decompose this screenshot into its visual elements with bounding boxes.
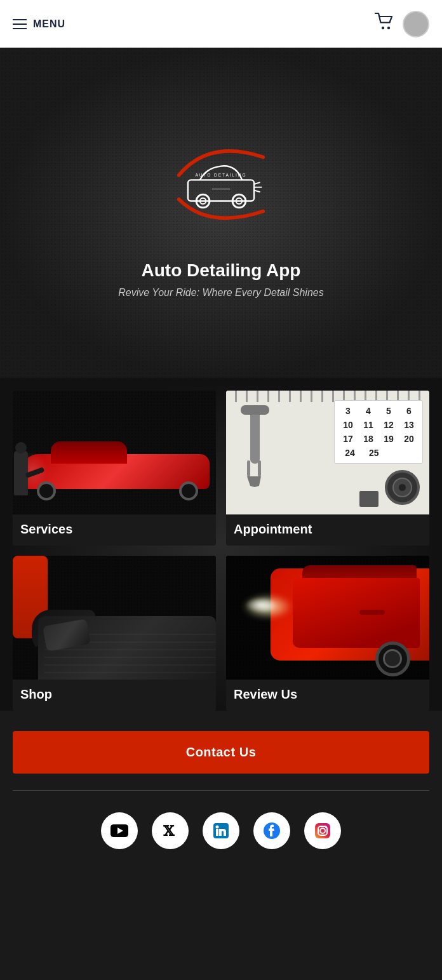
- shop-card-image: [13, 556, 216, 680]
- svg-text:AUTO DETAILING: AUTO DETAILING: [195, 173, 246, 177]
- svg-point-21: [216, 826, 219, 829]
- hero-title: Auto Detailing App: [142, 260, 301, 281]
- youtube-button[interactable]: [101, 812, 138, 849]
- brand-logo: AUTO DETAILING: [161, 127, 281, 241]
- appointment-label: Appointment: [226, 514, 429, 546]
- shop-label: Shop: [13, 680, 216, 711]
- facebook-button[interactable]: [253, 812, 290, 849]
- hero-section: AUTO DETAILING Auto Detailing App Revive…: [0, 48, 442, 378]
- instagram-icon: [314, 822, 332, 840]
- appointment-card-image: 3456 10111213 17181920 2425: [226, 391, 429, 514]
- svg-rect-23: [315, 823, 330, 838]
- avatar[interactable]: [403, 11, 429, 37]
- review-card-image: [226, 556, 429, 680]
- x-twitter-button[interactable]: 𝕏: [152, 812, 189, 849]
- review-label: Review Us: [226, 680, 429, 711]
- review-card[interactable]: Review Us: [226, 556, 429, 711]
- svg-line-9: [254, 190, 260, 192]
- services-label: Services: [13, 514, 216, 546]
- svg-point-26: [325, 826, 327, 828]
- menu-label[interactable]: MENU: [33, 18, 65, 30]
- services-card[interactable]: Services: [13, 391, 216, 546]
- services-card-image: [13, 391, 216, 514]
- cart-icon[interactable]: [375, 13, 394, 35]
- hero-subtitle: Revive Your Ride: Where Every Detail Shi…: [118, 287, 323, 299]
- header-left: MENU: [13, 18, 65, 30]
- footer-divider: [13, 790, 429, 791]
- header: MENU: [0, 0, 442, 48]
- linkedin-button[interactable]: [203, 812, 239, 849]
- svg-point-1: [387, 27, 390, 29]
- cards-grid-section: Services 3456 10111213 17181920: [0, 378, 442, 711]
- x-twitter-icon: 𝕏: [161, 822, 179, 840]
- svg-rect-12: [250, 406, 260, 464]
- svg-rect-20: [216, 829, 218, 836]
- shop-card[interactable]: Shop: [13, 556, 216, 711]
- header-right: [375, 11, 429, 37]
- footer: 𝕏: [0, 797, 442, 872]
- appointment-card[interactable]: 3456 10111213 17181920 2425: [226, 391, 429, 546]
- svg-point-0: [382, 27, 384, 29]
- svg-rect-15: [258, 460, 261, 476]
- logo-container: AUTO DETAILING: [157, 121, 285, 248]
- card-grid: Services 3456 10111213 17181920: [13, 391, 429, 711]
- svg-rect-14: [247, 460, 250, 476]
- instagram-button[interactable]: [304, 812, 341, 849]
- facebook-icon: [263, 822, 281, 840]
- contact-section: Contact Us: [0, 721, 442, 784]
- linkedin-icon: [212, 822, 230, 840]
- svg-rect-13: [241, 405, 269, 415]
- youtube-icon: [110, 822, 128, 840]
- svg-line-7: [254, 182, 260, 184]
- contact-us-button[interactable]: Contact Us: [13, 731, 429, 774]
- svg-text:𝕏: 𝕏: [163, 823, 175, 839]
- menu-hamburger-button[interactable]: [13, 19, 27, 29]
